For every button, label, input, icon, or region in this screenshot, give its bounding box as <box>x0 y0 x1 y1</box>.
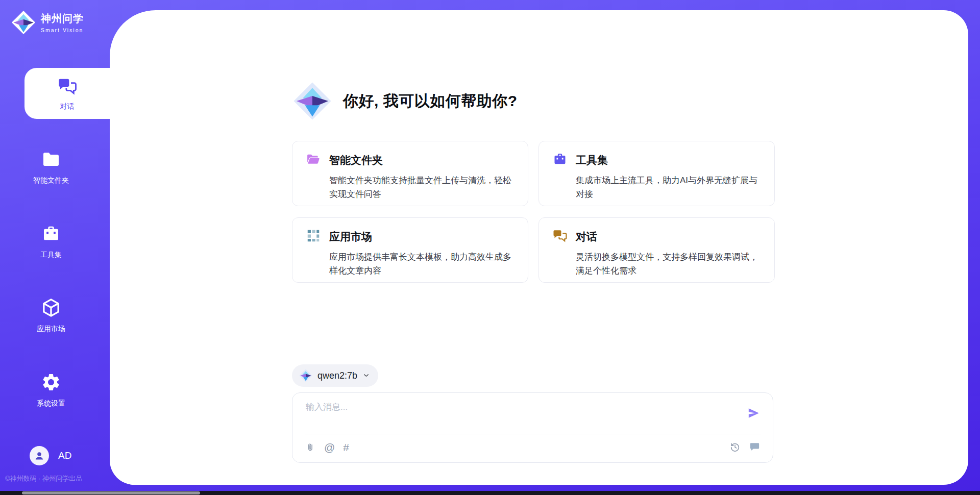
sidebar-item-settings[interactable]: 系统设置 <box>0 372 102 408</box>
brand-name: 神州问学 <box>41 12 84 26</box>
scrollbar-thumb[interactable] <box>22 491 200 494</box>
user-menu[interactable]: AD <box>30 446 71 465</box>
chat-bubbles-icon <box>552 228 568 245</box>
toolbox-icon <box>552 152 568 169</box>
model-logo-icon <box>299 369 312 382</box>
user-icon <box>33 450 45 462</box>
message-input[interactable] <box>305 400 741 432</box>
attachment-icon[interactable] <box>305 441 316 454</box>
folder-icon <box>40 149 62 171</box>
card-smart-folder[interactable]: 智能文件夹 智能文件夹功能支持批量文件上传与清洗，轻松实现文件问答 <box>292 141 528 206</box>
assistant-logo-icon <box>293 82 332 120</box>
card-chat[interactable]: 对话 灵活切换多模型文件，支持多样回复效果调试，满足个性化需求 <box>538 217 775 283</box>
app-root: 神州问学 Smart Vision 对话 智能文件夹 <box>0 0 980 495</box>
composer-tools-left: @ # <box>305 441 349 454</box>
sidebar-item-label: 工具集 <box>40 251 62 260</box>
greeting-text: 你好, 我可以如何帮助你? <box>343 91 518 112</box>
pixel-cube-icon <box>306 228 321 245</box>
history-icon[interactable] <box>729 441 741 453</box>
card-title: 应用市场 <box>329 230 372 244</box>
sidebar-item-app-market[interactable]: 应用市场 <box>0 298 102 334</box>
card-title: 工具集 <box>576 153 608 167</box>
sidebar-item-label: 系统设置 <box>37 399 65 408</box>
copyright-text: ©神州数码 · 神州问学出品 <box>5 474 82 483</box>
sidebar-item-toolset[interactable]: 工具集 <box>0 224 102 260</box>
composer-divider <box>305 434 761 434</box>
cube-icon <box>40 298 62 319</box>
brand-subtitle: Smart Vision <box>41 27 84 33</box>
sidebar-item-label: 对话 <box>60 102 75 111</box>
gear-icon <box>40 372 62 394</box>
card-description: 智能文件夹功能支持批量文件上传与清洗，轻松实现文件问答 <box>329 174 516 201</box>
model-name: qwen2:7b <box>317 370 357 381</box>
avatar <box>30 446 49 465</box>
horizontal-scrollbar <box>0 491 980 495</box>
card-app-market[interactable]: 应用市场 应用市场提供丰富长文本模板，助力高效生成多样化文章内容 <box>292 217 528 283</box>
topic-icon[interactable]: # <box>343 441 349 454</box>
sidebar-item-smart-folder[interactable]: 智能文件夹 <box>0 149 102 185</box>
brand-diamond-icon <box>11 10 36 35</box>
user-name: AD <box>58 450 71 461</box>
card-title: 对话 <box>576 230 597 244</box>
brand-logo: 神州问学 Smart Vision <box>11 10 84 35</box>
model-selector[interactable]: qwen2:7b <box>292 364 378 387</box>
composer-tools-right <box>729 441 761 453</box>
message-composer: @ # <box>292 392 773 463</box>
card-description: 应用市场提供丰富长文本模板，助力高效生成多样化文章内容 <box>329 250 516 278</box>
chevron-down-icon <box>362 372 370 381</box>
card-title: 智能文件夹 <box>329 153 383 167</box>
chat-bubbles-icon <box>57 76 78 98</box>
folder-open-icon <box>306 152 321 169</box>
sidebar-item-label: 应用市场 <box>37 325 65 334</box>
send-icon[interactable] <box>747 406 761 422</box>
greeting: 你好, 我可以如何帮助你? <box>293 82 518 120</box>
sidebar-item-label: 智能文件夹 <box>33 176 69 185</box>
feature-cards: 智能文件夹 智能文件夹功能支持批量文件上传与清洗，轻松实现文件问答 工具集 集成… <box>292 141 775 283</box>
feedback-bubble-icon[interactable] <box>749 441 761 453</box>
card-description: 集成市场上主流工具，助力AI与外界无缝扩展与对接 <box>576 174 762 201</box>
card-description: 灵活切换多模型文件，支持多样回复效果调试，满足个性化需求 <box>576 250 762 278</box>
mention-icon[interactable]: @ <box>324 441 335 454</box>
card-toolset[interactable]: 工具集 集成市场上主流工具，助力AI与外界无缝扩展与对接 <box>538 141 775 206</box>
toolbox-icon <box>40 224 62 245</box>
